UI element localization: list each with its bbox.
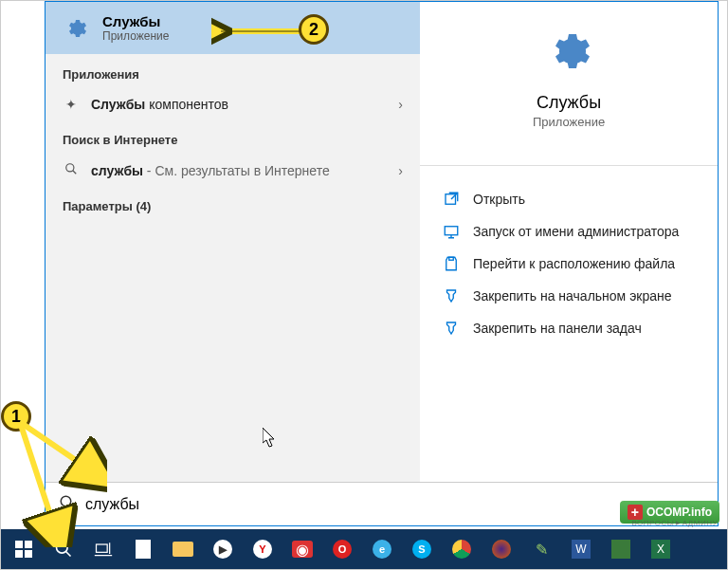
detail-title: Службы [443, 93, 695, 113]
folder-icon [443, 255, 460, 272]
yandex-icon: Y [253, 540, 272, 559]
detail-subtitle: Приложение [443, 115, 695, 129]
app-icon: ✎ [531, 539, 552, 560]
action-open-location[interactable]: Перейти к расположению файла [443, 248, 695, 280]
plus-icon: + [628, 505, 643, 520]
taskbar-app-generic2[interactable] [602, 530, 640, 568]
gear-icon [546, 28, 592, 74]
result-text: службы - См. результаты в Интернете [91, 163, 387, 178]
camera-icon: ◉ [292, 541, 313, 558]
best-match-text: Службы Приложение [102, 13, 169, 43]
app-icon [611, 540, 630, 559]
result-text: Службы компонентов [91, 97, 387, 112]
svg-line-12 [20, 422, 58, 538]
taskbar-app-word[interactable]: W [562, 530, 600, 568]
file-icon [136, 540, 151, 559]
action-label: Закрепить на панели задач [473, 321, 642, 336]
action-pin-start[interactable]: Закрепить на начальном экране [443, 280, 695, 312]
taskbar-app-chrome[interactable] [443, 530, 481, 568]
watermark-sub: ВОПРОСЫ►АДМИНУ [632, 519, 719, 527]
action-label: Перейти к расположению файла [473, 256, 675, 271]
taskbar-app-opera[interactable]: O [323, 530, 361, 568]
action-label: Запуск от имени администратора [473, 224, 679, 239]
taskbar-app-camera[interactable]: ◉ [283, 530, 321, 568]
taskbar-app-explorer[interactable] [164, 530, 202, 568]
search-icon [63, 162, 80, 178]
chrome-icon [452, 540, 471, 559]
ie-icon: e [373, 540, 391, 559]
svg-rect-4 [449, 257, 454, 260]
open-icon [443, 191, 460, 208]
taskbar-app-skype[interactable]: S [403, 530, 441, 568]
taskbar-app-yandex[interactable]: Y [244, 530, 282, 568]
excel-icon: X [651, 540, 670, 559]
section-web: Поиск в Интернете [46, 120, 420, 155]
callout-number-2: 2 [299, 14, 329, 45]
chevron-right-icon: › [398, 97, 403, 112]
result-component-services[interactable]: ✦ Службы компонентов › [46, 89, 420, 120]
action-pin-taskbar[interactable]: Закрепить на панели задач [443, 312, 695, 344]
svg-line-1 [73, 171, 77, 175]
search-input[interactable] [85, 496, 704, 513]
divider [420, 165, 718, 166]
taskbar-app-firefox[interactable] [482, 530, 520, 568]
shield-icon [443, 223, 460, 240]
cursor-icon [263, 428, 278, 449]
best-match-subtitle: Приложение [102, 29, 169, 43]
action-label: Открыть [473, 192, 525, 207]
taskbar-app-generic1[interactable]: ✎ [522, 530, 560, 568]
play-icon: ▶ [213, 540, 232, 559]
callout-arrow-1 [12, 414, 107, 547]
component-icon: ✦ [63, 97, 80, 112]
svg-line-8 [66, 552, 71, 557]
taskbar-app-ie[interactable]: e [363, 530, 401, 568]
firefox-icon [492, 540, 511, 559]
word-icon: W [572, 540, 591, 559]
taskbar: ▶ Y ◉ O e S ✎ W X [1, 529, 728, 569]
svg-point-0 [66, 164, 74, 172]
section-apps: Приложения [46, 54, 420, 89]
folder-icon [173, 542, 193, 557]
skype-icon: S [412, 540, 431, 559]
opera-icon: O [333, 540, 352, 559]
detail-column: Службы Приложение Открыть Запуск от имен… [420, 2, 718, 482]
results-left-column: Службы Приложение Приложения ✦ Службы ко… [46, 2, 420, 482]
section-params: Параметры (4) [46, 186, 420, 221]
svg-rect-3 [445, 227, 458, 235]
pin-icon [443, 287, 460, 304]
panel-body: Службы Приложение Приложения ✦ Службы ко… [46, 2, 718, 482]
result-web-search[interactable]: службы - См. результаты в Интернете › [46, 155, 420, 186]
search-results-panel: Службы Приложение Приложения ✦ Службы ко… [45, 1, 719, 526]
detail-header: Службы Приложение [443, 19, 695, 148]
gear-icon [63, 15, 89, 42]
action-label: Закрепить на начальном экране [473, 288, 672, 303]
best-match-title: Службы [102, 13, 169, 29]
search-input-bar[interactable] [46, 482, 718, 525]
chevron-right-icon: › [398, 163, 403, 178]
taskbar-app-media[interactable]: ▶ [204, 530, 242, 568]
action-run-admin[interactable]: Запуск от имени администратора [443, 215, 695, 248]
action-open[interactable]: Открыть [443, 183, 695, 215]
taskbar-app-excel[interactable]: X [642, 530, 680, 568]
watermark-text: OCOMP.info [646, 506, 712, 519]
pin-icon [443, 320, 460, 337]
taskbar-app-file[interactable] [124, 530, 162, 568]
